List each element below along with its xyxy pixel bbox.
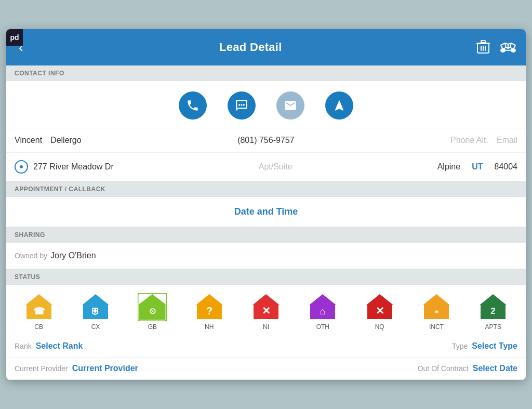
status-label-gb: GB	[148, 323, 157, 331]
status-card: ☎CB⛨CX⊙GB?NH✕NI⌂OTH✕NQ≡INCT2APTS Rank Se…	[6, 285, 526, 380]
svg-rect-5	[481, 41, 485, 43]
type-select[interactable]: Select Type	[472, 341, 517, 351]
svg-rect-1	[481, 46, 482, 51]
email-icon	[284, 99, 297, 112]
status-label-cx: CX	[91, 323, 100, 331]
status-icon-nq[interactable]: ✕NQ	[365, 293, 394, 331]
appointment-card: Date and Time	[6, 197, 526, 227]
house-icon-ni: ✕	[251, 293, 281, 321]
svg-rect-2	[483, 46, 484, 51]
status-label-ni: NI	[263, 323, 269, 331]
svg-text:⊙: ⊙	[149, 307, 156, 315]
status-icon-gb[interactable]: ⊙GB	[138, 293, 167, 331]
status-label-apts: APTS	[485, 323, 501, 331]
status-label-oth: OTH	[316, 323, 329, 331]
house-icon-cx: ⛨	[81, 293, 110, 321]
svg-rect-3	[485, 46, 486, 51]
svg-text:2: 2	[491, 307, 496, 315]
house-icon-cb: ☎	[24, 293, 54, 321]
owned-by-label: Owned by	[15, 252, 47, 260]
contact-name-phone-row: Vincent Dellergo (801) 756-9757 Phone Al…	[6, 128, 526, 153]
status-label-nh: NH	[205, 323, 214, 331]
email-field[interactable]: Email	[497, 136, 517, 145]
rank-type-row: Rank Select Rank Type Select Type	[6, 335, 526, 357]
app-logo: pd	[6, 29, 23, 46]
email-button[interactable]	[276, 91, 304, 120]
contact-info-card: Vincent Dellergo (801) 756-9757 Phone Al…	[6, 81, 526, 181]
provider-label: Current Provider	[15, 364, 68, 373]
status-icon-oth[interactable]: ⌂OTH	[308, 293, 337, 331]
date-time-button[interactable]: Date and Time	[6, 197, 526, 227]
status-icon-apts[interactable]: 2APTS	[478, 293, 508, 331]
svg-point-8	[238, 104, 240, 105]
street-address[interactable]: 277 River Meadow Dr	[33, 162, 114, 171]
owner-name: Jory O'Brien	[50, 251, 96, 260]
contact-actions-row	[6, 81, 526, 128]
status-icons-row: ☎CB⛨CX⊙GB?NH✕NI⌂OTH✕NQ≡INCT2APTS	[6, 285, 526, 335]
contract-label: Out Of Contract	[418, 364, 469, 373]
zip-field: 84004	[495, 162, 518, 171]
phone-number[interactable]: (801) 756-9757	[90, 136, 442, 145]
sharing-card: Owned by Jory O'Brien	[6, 243, 526, 269]
svg-text:☎: ☎	[33, 306, 45, 316]
svg-text:⌂: ⌂	[320, 306, 326, 316]
location-icon	[15, 160, 28, 174]
type-label: Type	[452, 342, 468, 350]
sms-icon	[235, 99, 248, 112]
handshake-button[interactable]	[499, 38, 517, 57]
rank-select[interactable]: Select Rank	[36, 341, 83, 351]
sms-button[interactable]	[228, 91, 256, 120]
provider-contract-row: Current Provider Current Provider Out Of…	[6, 357, 526, 379]
svg-text:≡: ≡	[434, 307, 438, 315]
svg-text:?: ?	[206, 305, 212, 316]
address-row: 277 River Meadow Dr Apt/Suite Alpine UT …	[6, 153, 526, 181]
sharing-section-label: SHARING	[6, 227, 526, 243]
appointment-section-label: APPOINTMENT / CALLBACK	[6, 181, 526, 197]
svg-text:⛨: ⛨	[91, 306, 100, 316]
svg-point-10	[243, 104, 245, 105]
house-icon-oth: ⌂	[308, 293, 337, 321]
navigate-icon	[332, 99, 346, 112]
first-name: Vincent	[15, 136, 42, 145]
trash-icon	[476, 40, 490, 55]
header: ‹ Lead Detail	[6, 29, 526, 65]
phone-icon	[186, 99, 200, 112]
status-label-inct: INCT	[429, 323, 444, 331]
house-icon-inct: ≡	[422, 293, 451, 321]
page-title: Lead Detail	[219, 41, 282, 54]
phone-alt-field[interactable]: Phone Alt.	[450, 136, 488, 145]
contract-select[interactable]: Select Date	[473, 364, 517, 373]
svg-text:✕: ✕	[375, 305, 384, 316]
apt-suite-field[interactable]: Apt/Suite	[119, 162, 432, 171]
status-icon-cx[interactable]: ⛨CX	[81, 293, 110, 331]
house-icon-nh: ?	[195, 293, 224, 321]
header-actions	[474, 38, 517, 57]
status-icon-ni[interactable]: ✕NI	[251, 293, 281, 331]
status-label-nq: NQ	[375, 323, 384, 331]
house-icon-apts: 2	[478, 293, 508, 321]
svg-point-9	[241, 104, 242, 105]
city-field: Alpine	[437, 162, 460, 171]
status-label-cb: CB	[34, 323, 43, 331]
status-icon-inct[interactable]: ≡INCT	[422, 293, 451, 331]
house-icon-nq: ✕	[365, 293, 394, 321]
navigate-button[interactable]	[325, 91, 353, 120]
status-icon-cb[interactable]: ☎CB	[24, 293, 54, 331]
status-icon-nh[interactable]: ?NH	[195, 293, 224, 331]
rank-label: Rank	[15, 342, 32, 350]
delete-button[interactable]	[474, 38, 493, 57]
state-field[interactable]: UT	[472, 162, 483, 171]
last-name: Dellergo	[50, 136, 82, 145]
phone-call-button[interactable]	[179, 91, 207, 120]
handshake-icon	[500, 40, 516, 55]
sharing-row: Owned by Jory O'Brien	[6, 243, 526, 269]
contact-info-section-label: CONTACT INFO	[6, 65, 526, 81]
house-icon-gb: ⊙	[138, 293, 167, 321]
svg-text:✕: ✕	[261, 305, 270, 316]
status-section-label: STATUS	[6, 269, 526, 285]
provider-select[interactable]: Current Provider	[72, 364, 138, 373]
